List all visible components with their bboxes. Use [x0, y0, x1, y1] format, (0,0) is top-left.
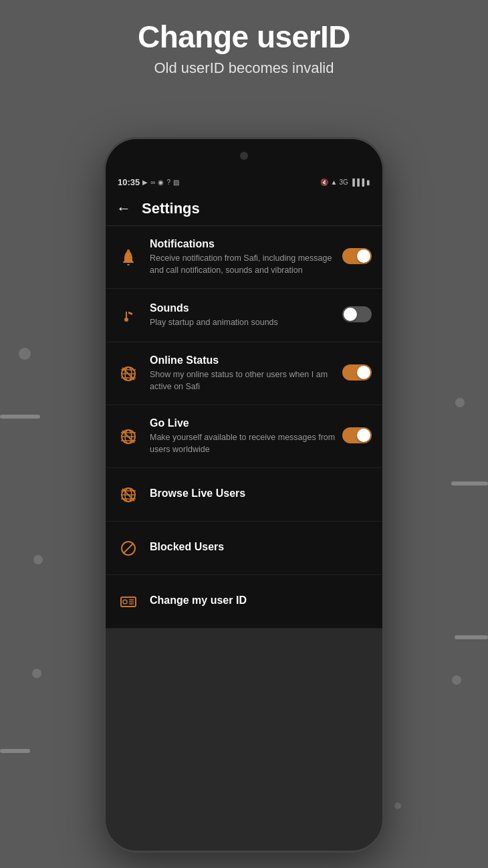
notifications-desc: Receive notification from Safi, includin… — [150, 253, 336, 276]
settings-item-go-live[interactable]: Go Live Make yourself available to recei… — [106, 405, 382, 468]
sounds-title: Sounds — [150, 302, 336, 314]
svg-point-0 — [127, 249, 130, 252]
notifications-text: Notifications Receive notification from … — [150, 238, 336, 276]
notifications-title: Notifications — [150, 238, 336, 250]
bg-line-3 — [451, 481, 488, 485]
change-user-id-title: Change my user ID — [150, 594, 372, 607]
go-live-title: Go Live — [150, 417, 336, 429]
status-right: 🔇 ▲ 3G ▐▐▐ ▮ — [320, 179, 370, 186]
go-live-toggle[interactable] — [342, 427, 372, 446]
bg-dot-6 — [394, 802, 401, 809]
online-status-desc: Show my online status to other users whe… — [150, 369, 336, 393]
wifi-icon: ▲ — [330, 179, 337, 186]
bg-dot-2 — [33, 555, 43, 564]
mute-icon: 🔇 — [320, 179, 328, 186]
browse-live-users-text: Browse Live Users — [150, 487, 372, 502]
back-button[interactable]: ← — [116, 200, 131, 217]
sounds-toggle[interactable] — [342, 306, 372, 325]
online-status-title: Online Status — [150, 354, 336, 366]
status-bar: 10:35 ▶ ∞ ◉ ? ▨ 🔇 ▲ 3G ▐▐▐ ▮ — [106, 173, 382, 191]
bg-dot-3 — [32, 669, 41, 678]
settings-list: Notifications Receive notification from … — [106, 226, 382, 629]
svg-line-22 — [124, 543, 134, 553]
phone-notch — [106, 139, 382, 173]
sounds-text: Sounds Play startup and animation sounds — [150, 302, 336, 329]
notifications-icon — [116, 245, 140, 269]
browse-live-users-title: Browse Live Users — [150, 487, 372, 500]
svg-rect-2 — [126, 312, 127, 320]
settings-item-sounds[interactable]: Sounds Play startup and animation sounds — [106, 289, 382, 342]
online-status-text: Online Status Show my online status to o… — [150, 354, 336, 393]
nav-bar: ← Settings — [106, 191, 382, 226]
browse-live-users-icon — [116, 483, 140, 507]
go-live-icon — [116, 425, 140, 449]
bars-icon: ▐▐▐ — [350, 179, 364, 186]
bg-dot-4 — [455, 398, 465, 407]
go-live-desc: Make yourself available to receive messa… — [150, 432, 336, 455]
settings-item-online-status[interactable]: Online Status Show my online status to o… — [106, 342, 382, 405]
infinity-icon: ∞ — [150, 179, 155, 186]
page-title: Change userID — [0, 20, 488, 54]
online-status-toggle[interactable] — [342, 364, 372, 383]
status-time: 10:35 — [118, 177, 140, 187]
bg-line-1 — [0, 415, 40, 419]
battery-icon: ▮ — [366, 179, 370, 186]
phone-mockup: 10:35 ▶ ∞ ◉ ? ▨ 🔇 ▲ 3G ▐▐▐ ▮ ← Settings — [104, 137, 384, 853]
youtube-icon: ▶ — [142, 179, 148, 186]
bg-dot-5 — [452, 675, 461, 685]
signal-3g-icon: 3G — [339, 179, 348, 186]
bg-dot-1 — [19, 348, 31, 360]
nav-title: Settings — [142, 200, 200, 217]
blocked-users-icon — [116, 536, 140, 560]
settings-item-blocked-users[interactable]: Blocked Users — [106, 522, 382, 575]
bg-line-4 — [455, 635, 488, 639]
circle-icon: ◉ — [158, 179, 164, 186]
blocked-users-text: Blocked Users — [150, 541, 372, 556]
sounds-desc: Play startup and animation sounds — [150, 317, 336, 329]
settings-item-change-user-id[interactable]: Change my user ID — [106, 575, 382, 629]
sounds-icon — [116, 304, 140, 328]
change-user-id-icon — [116, 590, 140, 614]
notifications-toggle[interactable] — [342, 248, 372, 267]
change-user-id-text: Change my user ID — [150, 594, 372, 609]
question-icon: ? — [166, 179, 170, 186]
settings-item-notifications[interactable]: Notifications Receive notification from … — [106, 226, 382, 289]
go-live-text: Go Live Make yourself available to recei… — [150, 417, 336, 455]
header-section: Change userID Old userID becomes invalid — [0, 20, 488, 77]
online-status-icon — [116, 362, 140, 386]
blocked-users-title: Blocked Users — [150, 541, 372, 553]
image-icon: ▨ — [173, 179, 179, 186]
page-subtitle: Old userID becomes invalid — [0, 60, 488, 77]
bg-line-2 — [0, 749, 30, 753]
svg-point-24 — [123, 600, 127, 604]
status-left: 10:35 ▶ ∞ ◉ ? ▨ — [118, 177, 179, 187]
phone-camera — [240, 152, 248, 160]
settings-item-browse-live-users[interactable]: Browse Live Users — [106, 468, 382, 522]
